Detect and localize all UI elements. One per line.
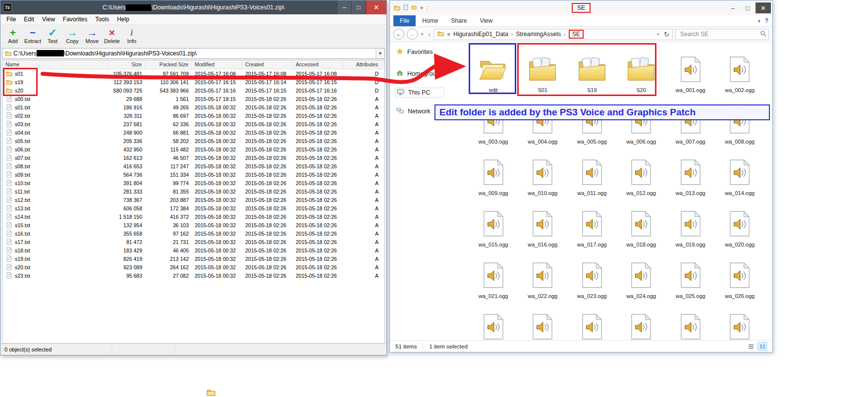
- table-row[interactable]: s01105 376 48197 591 7092015-05-17 16:08…: [2, 69, 384, 78]
- table-row[interactable]: s11.txt281 33381 3552015-05-18 00:322015…: [2, 187, 384, 196]
- grid-item-file-partial[interactable]: [666, 301, 715, 340]
- grid-item-file[interactable]: wa_018.ogg: [617, 198, 666, 249]
- grid-item-folder[interactable]: S20: [617, 44, 666, 95]
- tab-file[interactable]: File: [393, 15, 416, 26]
- tab-view[interactable]: View: [473, 15, 499, 26]
- grid-item-file[interactable]: wa_007.ogg: [666, 95, 715, 147]
- column-header-attributes[interactable]: Attributes: [343, 60, 384, 69]
- table-row[interactable]: s04.txt248 90066 8812015-05-18 00:322015…: [2, 128, 384, 137]
- sidebar-item-this-pc[interactable]: This PC: [395, 88, 444, 98]
- address-bar[interactable]: C:\Users\Downloads\Higurashi\HigurashiPS…: [2, 48, 385, 59]
- minimize-button[interactable]: –: [726, 2, 740, 13]
- menu-item-edit[interactable]: Edit: [20, 15, 38, 24]
- breadcrumb-collapse-chevron[interactable]: «: [447, 31, 450, 38]
- column-header-name[interactable]: Name: [2, 60, 108, 69]
- grid-item-file-partial[interactable]: [617, 301, 666, 340]
- close-button[interactable]: ✕: [366, 0, 386, 14]
- grid-item-file[interactable]: wa_020.ogg: [715, 198, 765, 249]
- table-row[interactable]: s20.txt923 089264 1622015-05-18 00:32201…: [2, 263, 384, 271]
- toolbar-button-move[interactable]: →Move: [83, 27, 102, 44]
- table-row[interactable]: s19.txt826 419213 1422015-05-18 00:32201…: [2, 254, 384, 263]
- table-row[interactable]: s09.txt564 736151 3342015-05-18 00:32201…: [2, 170, 384, 179]
- sidebar-item-network[interactable]: Network: [396, 106, 431, 116]
- search-box[interactable]: [675, 29, 769, 40]
- toolbar-button-info[interactable]: iInfo: [122, 27, 141, 44]
- grid-item-file[interactable]: wa_025.ogg: [666, 249, 715, 301]
- properties-icon[interactable]: [411, 5, 417, 11]
- breadcrumb-segment[interactable]: StreamingAssets: [516, 31, 561, 38]
- column-header-accessed[interactable]: Accessed: [293, 60, 343, 69]
- menu-item-file[interactable]: File: [2, 15, 20, 24]
- grid-item-file[interactable]: wa_015.ogg: [469, 198, 518, 249]
- toolbar-button-test[interactable]: ✓Test: [43, 27, 62, 44]
- column-header-created[interactable]: Created: [242, 60, 293, 69]
- grid-item-folder[interactable]: edit: [469, 44, 518, 95]
- grid-item-file[interactable]: wa_011.ogg: [567, 147, 617, 198]
- grid-item-file[interactable]: wa_003.ogg: [469, 95, 518, 147]
- grid-item-file[interactable]: wa_026.ogg: [715, 249, 765, 301]
- menu-item-view[interactable]: View: [38, 15, 59, 24]
- grid-item-file[interactable]: wa_009.ogg: [469, 147, 518, 198]
- column-header-modified[interactable]: Modified: [192, 60, 242, 69]
- grid-item-folder[interactable]: S19: [567, 44, 617, 95]
- taskbar-peek-folder-icon[interactable]: [207, 389, 216, 397]
- grid-item-file[interactable]: wa_017.ogg: [567, 198, 617, 249]
- close-button[interactable]: ✕: [756, 2, 771, 13]
- breadcrumb-segment[interactable]: HigurashiEp01_Data: [453, 31, 508, 38]
- grid-item-file-partial[interactable]: [518, 301, 568, 340]
- grid-item-file[interactable]: wa_022.ogg: [518, 249, 568, 301]
- search-icon[interactable]: [760, 30, 766, 39]
- table-row[interactable]: s23.txt95 68327 0822015-05-18 00:322015-…: [2, 271, 384, 280]
- table-row[interactable]: s06.txt432 950115 4822015-05-18 00:32201…: [2, 145, 384, 153]
- sidebar-item-homegroup[interactable]: Homegroup: [396, 69, 439, 79]
- toolbar-button-extract[interactable]: −Extract: [23, 27, 42, 44]
- ribbon-expand-chevron[interactable]: ▾: [758, 18, 760, 24]
- new-item-icon[interactable]: [403, 4, 408, 11]
- qat-dropdown-chevron[interactable]: ▼: [420, 6, 424, 10]
- table-row[interactable]: s08.txt416 653117 2472015-05-18 00:32201…: [2, 162, 384, 170]
- grid-item-file[interactable]: wa_012.ogg: [617, 147, 666, 198]
- table-row[interactable]: s07.txt162 61346 5072015-05-18 00:322015…: [2, 153, 384, 162]
- table-row[interactable]: s15.txt132 95436 1032015-05-18 00:322015…: [2, 221, 384, 229]
- address-dropdown-chevron[interactable]: ▼: [376, 49, 384, 58]
- column-header-size[interactable]: Size: [108, 60, 145, 69]
- grid-item-file[interactable]: wa_006.ogg: [617, 95, 666, 147]
- table-row[interactable]: s02.txt326 31186 6972015-05-18 00:322015…: [2, 111, 384, 120]
- table-row[interactable]: s13.txt606 058172 3842015-05-18 00:32201…: [2, 204, 384, 212]
- toolbar-button-delete[interactable]: ×Delete: [103, 27, 121, 44]
- menu-item-tools[interactable]: Tools: [91, 15, 113, 24]
- up-button[interactable]: ↑: [428, 31, 431, 38]
- table-row[interactable]: s05.txt205 33658 2022015-05-18 00:322015…: [2, 137, 384, 145]
- details-view-button[interactable]: [746, 342, 756, 350]
- grid-item-file[interactable]: wa_016.ogg: [518, 198, 568, 249]
- address-bar[interactable]: « HigurashiEp01_Data›StreamingAssets›SE …: [434, 29, 673, 40]
- toolbar-button-copy[interactable]: →Copy: [63, 27, 82, 44]
- menu-item-help[interactable]: Help: [113, 15, 133, 24]
- table-row[interactable]: s10.txt391 80499 7742015-05-18 00:322015…: [2, 179, 384, 187]
- grid-item-file[interactable]: wa_001.ogg: [666, 44, 715, 95]
- table-row[interactable]: s01.txt186 91649 2652015-05-18 00:322015…: [2, 103, 384, 111]
- menu-item-favorites[interactable]: Favorites: [59, 15, 91, 24]
- table-row[interactable]: s18.txt183 42946 4052015-05-18 00:322015…: [2, 246, 384, 254]
- maximize-button[interactable]: □: [741, 2, 755, 13]
- table-row[interactable]: s17.txt81 47221 7312015-05-18 00:322015-…: [2, 238, 384, 246]
- grid-item-file[interactable]: wa_013.ogg: [666, 147, 715, 198]
- grid-item-folder[interactable]: S01: [518, 44, 568, 95]
- grid-item-file[interactable]: wa_002.ogg: [715, 44, 765, 95]
- tab-home[interactable]: Home: [416, 15, 444, 26]
- search-input[interactable]: [679, 30, 758, 38]
- table-row[interactable]: s16.txt355 65897 1622015-05-18 00:322015…: [2, 229, 384, 238]
- recent-locations-chevron[interactable]: ▼: [420, 32, 424, 37]
- grid-item-file-partial[interactable]: [469, 301, 518, 340]
- minimize-button[interactable]: –: [337, 0, 351, 14]
- grid-item-file[interactable]: wa_010.ogg: [518, 147, 568, 198]
- grid-item-file[interactable]: wa_024.ogg: [617, 249, 666, 301]
- breadcrumb-segment[interactable]: SE: [569, 30, 584, 39]
- grid-item-file[interactable]: wa_008.ogg: [715, 95, 765, 147]
- grid-item-file[interactable]: wa_021.ogg: [469, 249, 518, 301]
- grid-item-file-partial[interactable]: [715, 301, 765, 340]
- table-row[interactable]: s20580 093 725543 383 9662015-05-17 16:1…: [2, 86, 384, 95]
- column-header-packed-size[interactable]: Packed Size: [145, 60, 192, 69]
- grid-item-file[interactable]: wa_004.ogg: [518, 95, 568, 147]
- table-row[interactable]: s19112 393 153110 306 1412015-05-17 16:1…: [2, 78, 384, 86]
